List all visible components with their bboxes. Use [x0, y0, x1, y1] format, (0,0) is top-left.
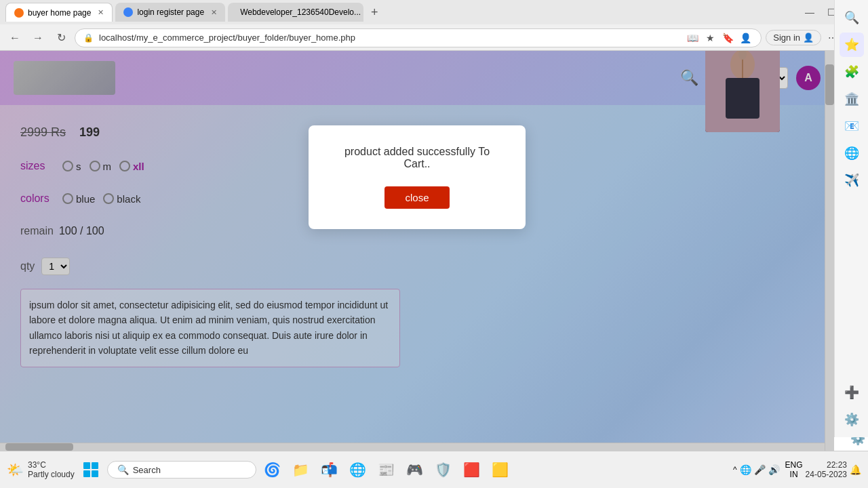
taskbar-search-icon: 🔍 [117, 464, 129, 475]
page-background: 🔍 category electronics clothing accessor… [0, 51, 834, 451]
refresh-button[interactable]: ↻ [52, 28, 71, 47]
lock-icon: 🔒 [83, 33, 94, 43]
sidebar-settings-icon[interactable]: ⚙️ [840, 407, 864, 432]
browser-chrome: buyer home page ✕ login register page ✕ … [0, 0, 868, 51]
modal-message: product added successfully To Cart.. [336, 146, 498, 170]
taskbar-language: ENG [785, 460, 803, 470]
sign-in-button[interactable]: Sign in 👤 [766, 30, 821, 45]
taskbar-notifications-icon[interactable]: 🔔 [850, 464, 861, 475]
browser-sidebar: 🔍 ⭐ 🧩 🏛️ 📧 🌐 ✈️ ➕ ⚙️ [834, 0, 868, 437]
new-tab-button[interactable]: + [366, 4, 382, 20]
tab-icon-buyer [14, 8, 24, 18]
sidebar-collections-icon[interactable]: 🧩 [840, 60, 864, 84]
tab-icon-login [123, 7, 133, 17]
taskbar-system: ^ 🌐 🎤 🔊 ENG IN 22:23 24-05-2023 🔔 [733, 460, 861, 479]
taskbar-date-display: 24-05-2023 [806, 470, 847, 479]
sidebar-copilot-icon[interactable]: ✈️ [840, 168, 864, 192]
tab-buyer-home[interactable]: buyer home page ✕ [5, 3, 113, 22]
modal-overlay: product added successfully To Cart.. clo… [0, 51, 834, 451]
tab-webdev[interactable]: Webdeveloper_1236540Develo... ✕ [228, 3, 363, 22]
taskbar-app9[interactable]: 🟨 [488, 458, 513, 482]
taskbar-edge-app[interactable]: 🌀 [260, 458, 285, 482]
tab-label-webdev: Webdeveloper_1236540Develo... [240, 7, 361, 17]
taskbar-search-box[interactable]: 🔍 Search [107, 461, 256, 479]
modal-close-button[interactable]: close [384, 186, 449, 209]
address-bar-row: ← → ↻ 🔒 localhost/my_e_commerce_project/… [0, 24, 868, 51]
taskbar-lang: ENG IN [785, 460, 803, 479]
minimize-button[interactable]: — [800, 3, 819, 22]
taskbar-app5[interactable]: 📰 [374, 458, 399, 482]
tab-bar: buyer home page ✕ login register page ✕ … [0, 0, 868, 24]
tab-close-login[interactable]: ✕ [211, 8, 217, 17]
tab-label-login: login register page [137, 7, 204, 17]
collections-button[interactable]: 🔖 [720, 30, 735, 45]
tab-login[interactable]: login register page ✕ [115, 3, 225, 22]
weather-temp: 33°C [28, 460, 75, 470]
taskbar-files-app[interactable]: 📁 [289, 458, 313, 482]
taskbar-app8[interactable]: 🟥 [460, 458, 484, 482]
taskbar-search-text: Search [133, 465, 161, 475]
tab-close-buyer[interactable]: ✕ [98, 8, 104, 17]
taskbar-edge2-app[interactable]: 🌐 [346, 458, 370, 482]
sign-in-avatar: 👤 [803, 33, 814, 43]
success-modal: product added successfully To Cart.. clo… [309, 125, 526, 229]
taskbar-mail-app[interactable]: 📬 [317, 458, 342, 482]
taskbar-time-display: 22:23 [806, 460, 847, 470]
weather-desc: Partly cloudy [28, 470, 75, 479]
taskbar: 🌤️ 33°C Partly cloudy 🔍 Search 🌀 📁 📬 🌐 📰… [0, 451, 868, 488]
taskbar-app7[interactable]: 🛡️ [431, 458, 456, 482]
reader-mode-button[interactable]: 📖 [685, 30, 700, 45]
taskbar-clock[interactable]: 22:23 24-05-2023 [806, 460, 847, 479]
sign-in-label: Sign in [773, 33, 800, 43]
sidebar-favorites-icon[interactable]: ⭐ [840, 33, 864, 57]
sidebar-outlook-icon[interactable]: 📧 [840, 114, 864, 138]
weather-icon: 🌤️ [7, 462, 24, 478]
sidebar-add-icon[interactable]: ➕ [840, 380, 864, 405]
taskbar-volume-icon[interactable]: 🔊 [768, 464, 780, 475]
sidebar-bing-icon[interactable]: 🌐 [840, 141, 864, 165]
profile-button[interactable]: 👤 [738, 30, 753, 45]
taskbar-mic-icon[interactable]: 🎤 [754, 464, 766, 475]
forward-button[interactable]: → [28, 28, 47, 47]
sidebar-search-icon[interactable]: 🔍 [840, 5, 864, 30]
url-display: localhost/my_e_commerce_project/buyer_fo… [99, 33, 679, 43]
favorites-button[interactable]: ★ [703, 30, 717, 45]
taskbar-network-icon[interactable]: 🌐 [740, 464, 751, 475]
tab-label-buyer: buyer home page [28, 8, 91, 18]
taskbar-weather: 🌤️ 33°C Partly cloudy [7, 460, 75, 479]
back-button[interactable]: ← [5, 28, 24, 47]
windows-logo [83, 462, 98, 477]
start-button[interactable] [79, 458, 103, 482]
sidebar-history-icon[interactable]: 🏛️ [840, 87, 864, 111]
taskbar-show-hidden[interactable]: ^ [733, 465, 737, 474]
taskbar-app6[interactable]: 🎮 [403, 458, 427, 482]
address-box[interactable]: 🔒 localhost/my_e_commerce_project/buyer_… [75, 28, 762, 47]
page-content: 🔍 category electronics clothing accessor… [0, 51, 834, 451]
taskbar-region: IN [790, 470, 798, 479]
